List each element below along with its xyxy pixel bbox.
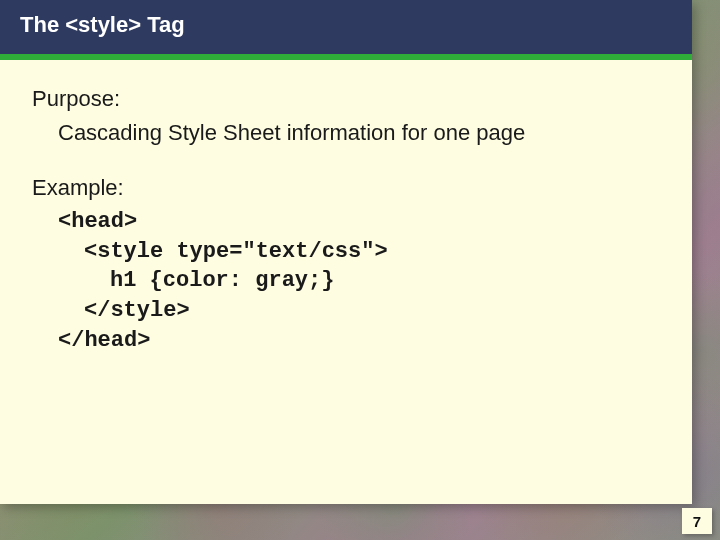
code-line-1: <head> <box>32 207 660 237</box>
purpose-label: Purpose: <box>32 84 660 114</box>
code-line-3: h1 {color: gray;} <box>32 266 660 296</box>
slide-content: Purpose: Cascading Style Sheet informati… <box>0 60 692 376</box>
code-line-2: <style type="text/css"> <box>32 237 660 267</box>
purpose-text: Cascading Style Sheet information for on… <box>32 118 660 148</box>
code-line-4: </style> <box>32 296 660 326</box>
example-label: Example: <box>32 173 660 203</box>
slide-title: The <style> Tag <box>0 0 692 60</box>
page-number: 7 <box>682 508 712 534</box>
code-line-5: </head> <box>32 326 660 356</box>
slide-body: The <style> Tag Purpose: Cascading Style… <box>0 0 692 504</box>
